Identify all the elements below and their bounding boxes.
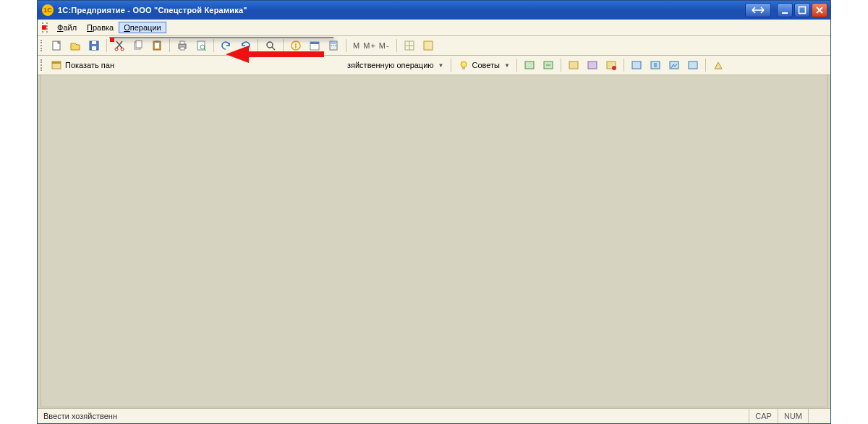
status-cap: CAP bbox=[749, 409, 778, 423]
operations-dropdown bbox=[109, 37, 333, 38]
svg-rect-15 bbox=[180, 47, 184, 50]
status-bar: Ввести хозяйственн CAP NUM bbox=[38, 408, 830, 423]
memory-indicator: M M+ M- bbox=[350, 38, 393, 54]
icon-button-b[interactable] bbox=[540, 56, 557, 74]
find-button[interactable] bbox=[262, 37, 279, 54]
svg-rect-31 bbox=[52, 62, 61, 64]
tips-label: Советы bbox=[472, 61, 500, 69]
menu-правка[interactable]: Правка bbox=[82, 22, 119, 33]
svg-rect-1 bbox=[799, 7, 806, 14]
svg-rect-27 bbox=[335, 45, 336, 46]
status-num: NUM bbox=[778, 409, 808, 423]
svg-rect-24 bbox=[331, 42, 336, 44]
icon-button-i[interactable] bbox=[684, 56, 702, 74]
toolbar-1: i M M+ M- bbox=[38, 36, 830, 56]
svg-point-18 bbox=[267, 42, 273, 48]
separator bbox=[451, 59, 451, 72]
separator bbox=[561, 59, 561, 72]
status-grip bbox=[808, 409, 830, 423]
svg-rect-40 bbox=[632, 62, 641, 69]
print-button[interactable] bbox=[174, 37, 191, 54]
icon-button-e[interactable] bbox=[603, 56, 620, 74]
svg-rect-22 bbox=[310, 42, 319, 44]
icon-button-c[interactable] bbox=[565, 56, 582, 74]
icon-button-j[interactable] bbox=[710, 56, 727, 74]
icon-button-d[interactable] bbox=[584, 56, 601, 74]
status-hint: Ввести хозяйственн bbox=[38, 412, 749, 420]
svg-rect-12 bbox=[156, 41, 158, 43]
calendar-button[interactable] bbox=[306, 37, 323, 54]
tips-button[interactable]: Советы ▼ bbox=[455, 57, 513, 73]
enter-operation-button[interactable]: зяйственную операцию ▼ bbox=[344, 57, 447, 73]
resize-horiz-button[interactable] bbox=[745, 3, 771, 17]
svg-rect-43 bbox=[689, 62, 697, 69]
separator bbox=[106, 39, 107, 52]
svg-rect-29 bbox=[424, 41, 433, 50]
toolbar-grip bbox=[41, 59, 45, 71]
svg-rect-14 bbox=[180, 41, 184, 44]
separator bbox=[624, 59, 624, 72]
window-title: 1С:Предприятие - ООО "Спецстрой Керамика… bbox=[58, 6, 247, 14]
icon-button-h[interactable] bbox=[665, 56, 683, 74]
svg-rect-26 bbox=[333, 45, 334, 46]
svg-text:i: i bbox=[295, 42, 297, 50]
title-bar: 1C 1С:Предприятие - ООО "Спецстрой Керам… bbox=[38, 1, 830, 20]
print-preview-button[interactable] bbox=[192, 37, 210, 54]
toolbar-grip bbox=[42, 22, 48, 33]
menu-операции[interactable]: Операции bbox=[119, 22, 166, 33]
toolbar-grip bbox=[41, 40, 45, 51]
save-button[interactable] bbox=[85, 37, 103, 54]
svg-rect-37 bbox=[588, 62, 597, 69]
maximize-button[interactable] bbox=[794, 3, 810, 17]
svg-rect-9 bbox=[136, 41, 142, 48]
paste-button[interactable] bbox=[148, 37, 166, 54]
show-panel-label: Показать пан bbox=[65, 61, 114, 69]
svg-rect-0 bbox=[782, 12, 788, 14]
calc-button[interactable] bbox=[325, 37, 342, 54]
chevron-down-icon: ▼ bbox=[504, 62, 510, 69]
icon-button-a[interactable] bbox=[521, 56, 538, 74]
separator bbox=[346, 39, 346, 52]
enter-operation-label: зяйственную операцию bbox=[347, 61, 434, 69]
svg-rect-4 bbox=[92, 46, 96, 50]
close-button[interactable] bbox=[812, 3, 827, 17]
icon-button-g[interactable] bbox=[647, 56, 664, 74]
icon-button-f[interactable] bbox=[628, 56, 645, 74]
svg-rect-36 bbox=[569, 62, 578, 69]
svg-rect-34 bbox=[525, 62, 534, 69]
panel-icon bbox=[51, 59, 62, 71]
menu-файл[interactable]: Файл bbox=[52, 22, 82, 33]
undo-button[interactable] bbox=[218, 37, 235, 54]
separator bbox=[396, 39, 397, 52]
app-icon: 1C bbox=[42, 4, 54, 16]
redo-button[interactable] bbox=[237, 37, 254, 54]
show-panel-button[interactable]: Показать пан bbox=[48, 57, 117, 73]
svg-rect-5 bbox=[92, 41, 96, 44]
svg-rect-25 bbox=[331, 45, 332, 46]
help-button[interactable]: i bbox=[287, 37, 305, 54]
new-button[interactable] bbox=[48, 37, 65, 54]
separator bbox=[516, 59, 517, 72]
workspace bbox=[41, 75, 827, 407]
menu-bar: ФайлПравкаОперации bbox=[38, 20, 830, 36]
open-button[interactable] bbox=[67, 37, 84, 54]
minimize-button[interactable] bbox=[777, 3, 793, 17]
separator bbox=[258, 39, 258, 52]
bulb-icon bbox=[458, 59, 469, 71]
separator bbox=[705, 59, 706, 72]
separator bbox=[213, 39, 214, 52]
cut-button[interactable] bbox=[111, 37, 128, 54]
toolbar-2: Показать пан зяйственную операцию ▼ Сове… bbox=[38, 56, 830, 75]
svg-point-32 bbox=[461, 62, 467, 67]
application-window: 1C 1С:Предприятие - ООО "Спецстрой Керам… bbox=[37, 0, 831, 424]
misc-button-2[interactable] bbox=[420, 37, 437, 54]
misc-button-1[interactable] bbox=[401, 37, 418, 54]
svg-rect-11 bbox=[155, 43, 159, 48]
svg-rect-33 bbox=[462, 67, 465, 69]
chevron-down-icon: ▼ bbox=[438, 62, 444, 69]
svg-point-39 bbox=[612, 66, 616, 70]
memory-text: M M+ M- bbox=[353, 41, 390, 50]
separator bbox=[283, 39, 284, 52]
copy-button[interactable] bbox=[129, 37, 147, 54]
separator bbox=[169, 39, 170, 52]
